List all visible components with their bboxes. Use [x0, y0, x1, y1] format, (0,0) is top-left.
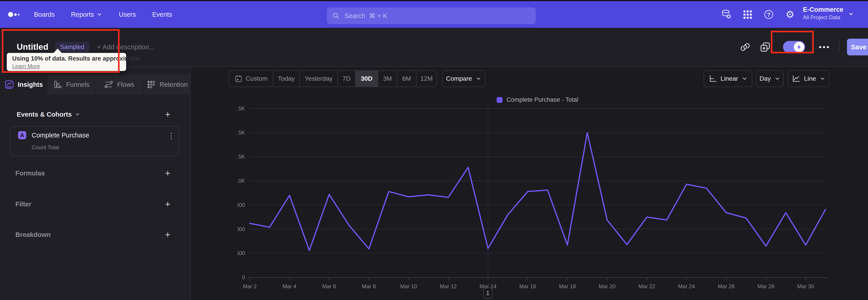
- linear-scale-icon: [708, 74, 717, 83]
- report-type-tabs: Insights Funnels Flows: [0, 74, 191, 94]
- svg-text:2,500: 2,500: [237, 250, 245, 256]
- date-range-group: Custom Today Yesterday 7D 30D 3M 6M 12M: [228, 70, 437, 87]
- nav-item-users[interactable]: Users: [119, 11, 136, 18]
- compare-button[interactable]: Compare: [442, 70, 485, 87]
- add-breakdown-button[interactable]: +: [161, 228, 175, 241]
- line-chart-icon: [792, 74, 800, 83]
- pagination-page-1[interactable]: 1: [483, 287, 492, 299]
- project-name: E-Commerce: [803, 6, 843, 13]
- event-kebab-menu-icon[interactable]: [169, 131, 173, 140]
- chevron-down-icon: [75, 112, 80, 117]
- range-30d[interactable]: 30D: [355, 71, 378, 87]
- more-menu-icon[interactable]: [817, 44, 831, 51]
- chevron-down-icon: [819, 76, 826, 82]
- range-today[interactable]: Today: [273, 71, 300, 87]
- svg-text:Mar 8: Mar 8: [362, 283, 376, 289]
- tab-insights[interactable]: Insights: [0, 74, 48, 94]
- range-7d[interactable]: 7D: [338, 71, 355, 87]
- svg-text:Mar 26: Mar 26: [718, 283, 735, 289]
- project-chevron-down-icon[interactable]: [848, 11, 854, 17]
- svg-text:0: 0: [242, 274, 245, 280]
- add-description[interactable]: + Add description...: [97, 43, 155, 51]
- tooltip-arrow: [53, 49, 62, 53]
- nav-item-events[interactable]: Events: [152, 11, 172, 18]
- svg-text:Mar 28: Mar 28: [757, 283, 774, 289]
- svg-text:Mar 18: Mar 18: [559, 283, 576, 289]
- top-nav: Boards Reports Users Events: [0, 1, 868, 28]
- svg-text:17.5K: 17.5K: [237, 106, 245, 112]
- save-button[interactable]: Save: [847, 39, 868, 55]
- project-selector[interactable]: E-Commerce All Project Data: [803, 6, 843, 21]
- global-search[interactable]: [327, 7, 536, 24]
- app-root: Boards Reports Users Events: [0, 0, 868, 300]
- tooltip-learn-more-link[interactable]: Learn More: [12, 63, 40, 69]
- header-divider: [839, 41, 839, 53]
- filter-row: Filter +: [0, 198, 191, 211]
- events-cohorts-row: Events & Cohorts +: [0, 108, 191, 121]
- range-6m[interactable]: 6M: [397, 71, 416, 87]
- svg-text:15K: 15K: [237, 129, 245, 136]
- data-management-icon[interactable]: [720, 8, 733, 21]
- chevron-down-icon: [774, 76, 780, 82]
- funnels-icon: [53, 80, 62, 89]
- svg-text:5,000: 5,000: [237, 226, 245, 232]
- range-yesterday[interactable]: Yesterday: [300, 71, 338, 87]
- settings-gear-icon[interactable]: ⚙: [784, 8, 796, 21]
- svg-text:Mar 20: Mar 20: [599, 283, 616, 289]
- add-formula-button[interactable]: +: [161, 167, 175, 180]
- line-chart: 02,5005,0007,50010K12.5K15K17.5KMar 2Mar…: [237, 99, 839, 300]
- formulas-label: Formulas: [16, 170, 45, 177]
- copy-link-icon[interactable]: [739, 41, 751, 53]
- add-filter-button[interactable]: +: [161, 198, 175, 211]
- svg-text:12.5K: 12.5K: [237, 153, 245, 160]
- report-header-actions: Save: [739, 28, 868, 66]
- tab-flows[interactable]: Flows: [95, 74, 143, 94]
- retention-icon: [147, 80, 156, 89]
- add-to-board-icon[interactable]: [759, 41, 771, 53]
- add-event-button[interactable]: +: [161, 108, 175, 121]
- scale-selector[interactable]: Linear: [704, 70, 752, 87]
- sampling-tooltip: Using 10% of data. Results are approxima…: [7, 53, 126, 71]
- calendar-icon: [235, 74, 243, 83]
- help-icon[interactable]: ?: [763, 8, 775, 21]
- tooltip-text: Using 10% of data. Results are approxima…: [12, 55, 121, 62]
- tab-retention[interactable]: Retention: [143, 74, 191, 94]
- event-series-badge: A: [18, 131, 26, 139]
- event-name[interactable]: Complete Purchase: [32, 131, 89, 139]
- lightning-icon: [794, 42, 804, 52]
- tab-funnels[interactable]: Funnels: [48, 74, 95, 94]
- sampling-toggle[interactable]: [783, 41, 805, 53]
- mixpanel-logo-icon[interactable]: [8, 1, 20, 28]
- chevron-down-icon: [96, 11, 102, 18]
- nav-links: Boards Reports Users Events: [34, 1, 172, 28]
- insights-icon: [4, 80, 14, 89]
- search-input[interactable]: [344, 12, 530, 20]
- range-12m[interactable]: 12M: [416, 71, 436, 87]
- breakdown-row: Breakdown +: [0, 228, 191, 241]
- svg-text:Mar 4: Mar 4: [283, 283, 296, 289]
- svg-text:Mar 10: Mar 10: [400, 283, 417, 289]
- chevron-down-icon: [742, 76, 747, 82]
- search-icon: [332, 12, 340, 20]
- chart-type-selector[interactable]: Line: [788, 70, 830, 87]
- svg-text:Mar 22: Mar 22: [638, 283, 655, 289]
- event-metric[interactable]: Count Total: [32, 144, 59, 151]
- formulas-row: Formulas +: [0, 167, 191, 180]
- nav-icon-buttons: ? ⚙: [720, 1, 796, 28]
- report-title[interactable]: Untitled: [17, 42, 49, 52]
- range-3m[interactable]: 3M: [378, 71, 397, 87]
- apps-grid-icon[interactable]: [741, 8, 754, 21]
- range-custom[interactable]: Custom: [229, 71, 273, 87]
- svg-text:?: ?: [767, 11, 770, 18]
- nav-item-boards[interactable]: Boards: [34, 11, 55, 18]
- svg-text:Mar 30: Mar 30: [797, 283, 814, 289]
- interval-selector[interactable]: Day: [756, 70, 784, 87]
- svg-text:10K: 10K: [237, 178, 245, 184]
- svg-text:Mar 2: Mar 2: [243, 283, 256, 289]
- events-cohorts-header[interactable]: Events & Cohorts: [17, 111, 80, 118]
- breakdown-label: Breakdown: [16, 231, 51, 239]
- svg-text:7,500: 7,500: [237, 202, 245, 208]
- nav-item-reports[interactable]: Reports: [71, 11, 103, 18]
- svg-text:Mar 24: Mar 24: [678, 283, 695, 289]
- event-card[interactable]: A Complete Purchase Count Total: [10, 126, 179, 156]
